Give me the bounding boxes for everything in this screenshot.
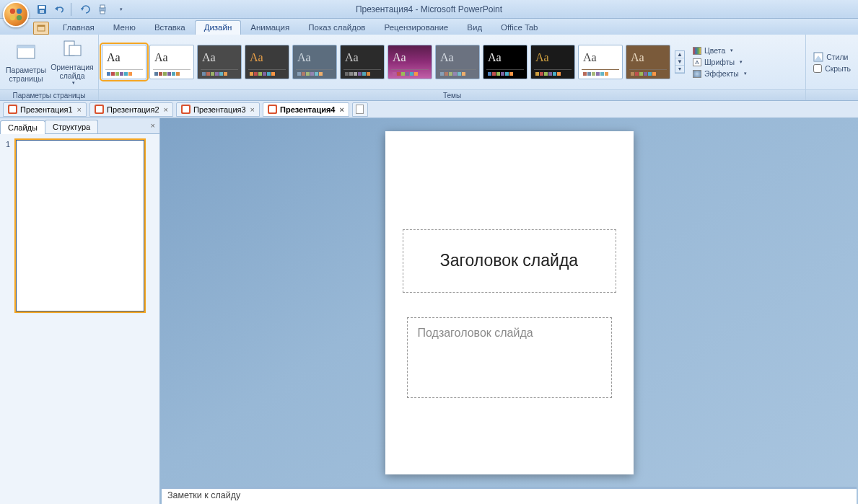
theme-thumb-11[interactable]: Aa [626,45,670,79]
slide-canvas-zone[interactable]: Заголовок слайда Подзаголовок слайда [160,118,858,487]
tab-design[interactable]: Дизайн [195,20,242,35]
slide-canvas[interactable]: Заголовок слайда Подзаголовок слайда [385,131,634,474]
theme-thumb-3[interactable]: Aa [245,45,289,79]
qat-customize-dropdown[interactable] [113,2,127,17]
office-button[interactable] [3,1,29,27]
doc-tab-3-label: Презентация3 [193,105,246,114]
title-bar: Презентация4 - Microsoft PowerPoint [0,0,858,19]
pptx-icon [268,105,277,114]
ribbon-tab-strip: Главная Меню Вставка Дизайн Анимация Пок… [0,19,858,35]
ribbon-group-label-background [806,89,858,100]
save-icon[interactable] [35,2,49,17]
undo-icon[interactable] [52,2,66,17]
panel-close-icon[interactable]: × [151,121,155,130]
subtitle-placeholder[interactable]: Подзаголовок слайда [407,317,612,398]
ribbon-group-themes: AaAaAaAaAaAaAaAaAaAaAaAa ▲ ▼ ▾ Цвета AШр… [99,35,806,100]
close-icon[interactable]: × [250,105,255,114]
theme-thumb-7[interactable]: Aa [435,45,480,79]
slide-thumbnail-list: 1 [0,134,159,504]
theme-thumb-2[interactable]: Aa [197,45,242,79]
theme-effects-label: Эффекты [704,69,739,78]
background-styles-button[interactable]: Стили [813,52,851,62]
svg-rect-15 [69,45,81,56]
title-placeholder[interactable]: Заголовок слайда [403,229,616,293]
tab-home[interactable]: Главная [53,20,104,35]
theme-thumb-1[interactable]: Aa [149,45,194,79]
svg-point-1 [17,9,22,14]
workspace: Слайды Структура × 1 Заголовок слайда По… [0,118,858,504]
tab-slideshow[interactable]: Показ слайдов [299,20,375,35]
close-icon[interactable]: × [77,105,82,114]
tab-review[interactable]: Рецензирование [375,20,458,35]
doc-tab-4[interactable]: Презентация4× [263,102,349,117]
slides-tab[interactable]: Слайды [0,120,45,134]
edit-area: Заголовок слайда Подзаголовок слайда Зам… [160,118,858,504]
page-setup-button[interactable]: Параметры страницы [3,36,49,88]
redo-icon[interactable] [78,2,92,17]
slide-orientation-button[interactable]: Ориентация слайда [49,36,95,88]
svg-rect-6 [40,10,44,13]
ribbon-group-label-themes: Темы [99,89,805,100]
svg-point-3 [17,15,22,20]
notes-pane[interactable]: Заметки к слайду [162,487,857,504]
theme-colors-button[interactable]: Цвета [691,45,749,56]
pptx-icon [181,105,191,114]
theme-thumb-9[interactable]: Aa [530,45,575,79]
new-doc-tab[interactable] [352,102,368,117]
svg-point-2 [10,15,15,20]
svg-point-0 [10,9,15,14]
pptx-icon [8,105,17,114]
svg-rect-5 [39,6,45,9]
print-preview-icon[interactable] [95,2,110,17]
document-tab-bar: Презентация1× Презентация2× Презентация3… [0,101,858,118]
doc-tab-4-label: Презентация4 [280,105,335,114]
theme-thumb-5[interactable]: Aa [340,45,385,79]
theme-gallery: AaAaAaAaAaAaAaAaAaAaAaAa [99,42,673,82]
theme-fonts-button[interactable]: AШрифты [691,57,749,67]
hide-background-label: Скрыть [825,64,851,73]
close-icon[interactable]: × [164,105,168,114]
tab-insert[interactable]: Вставка [145,20,195,35]
new-page-icon [356,105,364,114]
gallery-more-icon[interactable]: ▾ [675,66,684,73]
tab-office-tab[interactable]: Office Tab [491,20,547,35]
theme-thumb-4[interactable]: Aa [292,45,337,79]
theme-thumb-10[interactable]: Aa [578,45,623,79]
theme-thumb-8[interactable]: Aa [483,45,528,79]
svg-rect-9 [100,11,105,14]
quick-access-toolbar [35,2,127,17]
window-title: Презентация4 - Microsoft PowerPoint [0,4,858,14]
orientation-label: Ориентация слайда [49,63,95,80]
tab-menu[interactable]: Меню [104,20,145,35]
doc-tab-1-label: Презентация1 [20,105,73,114]
page-setup-label: Параметры страницы [3,66,49,83]
slide-number: 1 [6,140,13,311]
doc-tab-3[interactable]: Презентация3× [176,102,260,117]
theme-thumb-6[interactable]: Aa [388,45,432,79]
theme-effects-button[interactable]: Эффекты [691,68,749,79]
ribbon-group-background: Стили Скрыть [806,35,858,100]
svg-rect-11 [38,25,45,27]
svg-rect-13 [17,45,35,48]
doc-tab-1[interactable]: Презентация1× [3,102,87,117]
close-icon[interactable]: × [339,105,343,114]
doc-tab-2[interactable]: Презентация2× [89,102,173,117]
theme-options: Цвета AШрифты Эффекты [686,44,753,80]
ribbon-group-page-setup: Параметры страницы Ориентация слайда Пар… [0,35,99,100]
svg-rect-8 [100,5,105,8]
hide-background-checkbox[interactable]: Скрыть [813,64,851,73]
slide-panel-tabs: Слайды Структура × [0,118,159,134]
tab-view[interactable]: Вид [458,20,491,35]
theme-gallery-scroll: ▲ ▼ ▾ [675,50,685,74]
gallery-scroll-up-icon[interactable]: ▲ [675,51,684,58]
theme-thumb-0[interactable]: Aa [102,45,146,79]
tab-animation[interactable]: Анимация [241,20,299,35]
pptx-icon [95,105,104,114]
doc-tab-2-label: Презентация2 [107,105,159,114]
gallery-scroll-down-icon[interactable]: ▼ [675,58,684,66]
ribbon-minimize-icon[interactable] [33,22,49,35]
outline-tab[interactable]: Структура [45,120,98,133]
subtitle-placeholder-text: Подзаголовок слайда [418,327,533,340]
ribbon: Параметры страницы Ориентация слайда Пар… [0,35,858,101]
slide-thumbnail-1[interactable]: 1 [6,140,154,311]
